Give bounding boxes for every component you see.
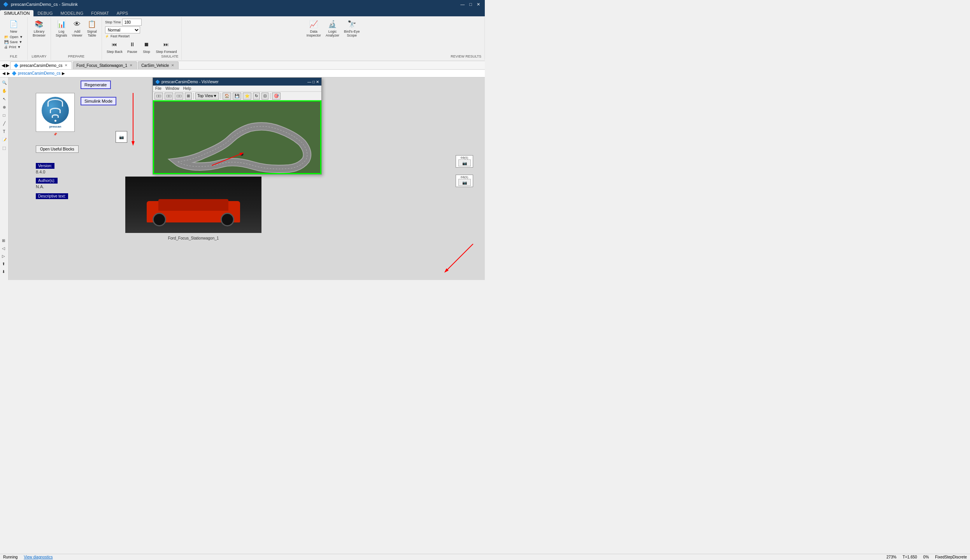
wifi-ring-medium <box>50 108 61 113</box>
add-viewer-button[interactable]: 👁 Add Viewer <box>70 19 84 38</box>
title-bar: 🔷 prescanCarsimDemo_cs - Simulink — □ ✕ <box>0 0 485 9</box>
new-button[interactable]: 📄 New <box>3 19 24 34</box>
step-forward-button[interactable]: ⏭ Step Forward <box>154 39 178 54</box>
sidebar-bottom-1[interactable]: ⊞ <box>0 237 7 244</box>
sidebar-border[interactable]: ⬚ <box>1 144 8 151</box>
save-button[interactable]: 💾 Save ▼ <box>3 40 24 44</box>
vis-view-toggle4[interactable]: ⊞ <box>185 93 192 100</box>
vis-dots[interactable]: ⊡ <box>261 93 268 100</box>
ribbon-simulate-group: Stop Time Normal ⚡ Fast Restart ⏮ Step B… <box>102 17 182 60</box>
step-back-button[interactable]: ⏮ Step Back <box>105 39 124 54</box>
library-browser-button[interactable]: 📚 Library Browser <box>31 19 47 38</box>
sidebar-note[interactable]: 📝 <box>1 136 8 143</box>
vis-rotate[interactable]: ↻ <box>253 93 260 100</box>
save-dropdown-icon: ▼ <box>19 40 23 44</box>
print-button[interactable]: 🖨 Print ▼ <box>3 45 24 49</box>
small-block-1: 6⚙(S) 📷 <box>456 155 473 168</box>
data-inspector-button[interactable]: 📈 Data Inspector <box>305 19 323 38</box>
car-mockup <box>125 177 261 233</box>
wheel-rear <box>221 213 234 226</box>
sidebar-bottom-3[interactable]: ▷ <box>0 252 7 259</box>
block1-label: 6⚙(S) <box>461 156 468 159</box>
vis-minimize[interactable]: — <box>307 80 311 84</box>
add-viewer-icon: 👁 <box>72 19 82 29</box>
regenerate-button[interactable]: Regenerate <box>81 80 111 89</box>
vis-view-toggle2[interactable]: □□ <box>165 93 173 100</box>
breadcrumb-model[interactable]: prescanCarsimDemo_cs <box>18 71 60 75</box>
open-useful-button[interactable]: Open Useful Blocks <box>36 145 79 153</box>
sidebar-hand[interactable]: ✋ <box>1 87 8 94</box>
version-label: Version: <box>36 163 54 169</box>
stop-icon: ⏹ <box>142 40 151 49</box>
open-button[interactable]: 📂 Open ▼ <box>3 35 24 39</box>
logic-analyzer-button[interactable]: 🔬 Logic Analyzer <box>324 19 341 38</box>
mode-dropdown[interactable]: Normal <box>105 26 140 33</box>
save-icon: 💾 <box>4 40 9 44</box>
track-svg <box>154 102 320 173</box>
prescan-pin: 📌 <box>36 133 75 136</box>
stop-time-input[interactable] <box>122 19 142 26</box>
sidebar-down[interactable]: ⬇ <box>0 268 7 275</box>
descriptive-label: Descriptive text: <box>36 193 68 199</box>
tab-debug[interactable]: DEBUG <box>33 10 56 16</box>
vis-maximize[interactable]: □ <box>312 80 315 84</box>
tab-format[interactable]: FORMAT <box>87 10 113 16</box>
vis-title: prescanCarsimDemo - VisViewer <box>161 80 219 84</box>
block1-icon: 📷 <box>458 159 471 166</box>
authors-value: N.A. <box>36 184 44 189</box>
tab-carsim[interactable]: CarSim_Vehicle ✕ <box>138 61 179 69</box>
log-signals-button[interactable]: 📊 Log Signals <box>54 19 69 38</box>
sidebar-zoom[interactable]: ⊕ <box>1 103 8 110</box>
close-button[interactable]: ✕ <box>475 2 482 7</box>
simulink-mode-button[interactable]: Simulink Mode <box>81 97 116 105</box>
tabs-bar: ◀ ▶ 🔷 prescanCarsimDemo_cs ✕ Ford_Focus_… <box>0 61 485 70</box>
tab-icon-prescan: 🔷 <box>14 63 18 68</box>
stop-button[interactable]: ⏹ Stop <box>140 39 153 54</box>
vis-menu-window[interactable]: Window <box>165 86 179 91</box>
sidebar-line[interactable]: ╱ <box>1 120 8 127</box>
vis-view-toggle3[interactable]: □□ <box>175 93 183 100</box>
vis-view-toggle[interactable]: □□ <box>154 93 163 100</box>
tab-nav-next[interactable]: ▶ <box>6 63 9 68</box>
sidebar-up-down[interactable]: ⬆ <box>0 260 7 267</box>
vis-controls[interactable]: — □ ✕ <box>307 80 319 84</box>
tab-label-prescan: prescanCarsimDemo_cs <box>20 63 62 68</box>
pause-icon: ⏸ <box>128 40 137 49</box>
tab-modeling[interactable]: MODELING <box>57 10 88 16</box>
vis-view-dropdown[interactable]: Top View ▼ <box>195 93 219 100</box>
tab-close-ford[interactable]: ✕ <box>129 63 133 67</box>
tab-close-carsim[interactable]: ✕ <box>170 63 175 67</box>
sidebar-cursor[interactable]: ↖ <box>1 95 8 102</box>
vis-save[interactable]: 💾 <box>233 93 241 100</box>
vis-menu-file[interactable]: File <box>155 86 161 91</box>
vis-home[interactable]: 🏠 <box>223 93 231 100</box>
tab-simulation[interactable]: SIMULATION <box>0 10 33 16</box>
vis-extra[interactable]: 🎯 <box>272 93 281 100</box>
minimize-button[interactable]: — <box>459 2 466 7</box>
vis-menu-help[interactable]: Help <box>183 86 191 91</box>
sidebar-search[interactable]: 🔍 <box>1 79 8 86</box>
breadcrumb-back[interactable]: ◀ <box>2 71 5 75</box>
vis-viewer-window: 🔷 prescanCarsimDemo - VisViewer — □ ✕ Fi… <box>153 77 322 175</box>
connector-area: 📷 ▶ <box>116 134 120 140</box>
title-bar-controls[interactable]: — □ ✕ <box>459 2 482 7</box>
tab-prescan[interactable]: 🔷 prescanCarsimDemo_cs ✕ <box>10 61 72 69</box>
pause-button[interactable]: ⏸ Pause <box>126 39 139 54</box>
signal-table-button[interactable]: 📋 Signal Table <box>86 19 98 38</box>
tab-close-prescan[interactable]: ✕ <box>64 63 68 67</box>
tab-apps[interactable]: APPS <box>113 10 132 16</box>
tab-nav-prev[interactable]: ◀ <box>2 63 5 68</box>
vis-close[interactable]: ✕ <box>316 80 319 84</box>
data-inspector-icon: 📈 <box>309 19 318 29</box>
birds-eye-button[interactable]: 🔭 Bird's-Eye Scope <box>342 19 361 38</box>
breadcrumb-forward[interactable]: ▶ <box>7 71 10 75</box>
tab-ford[interactable]: Ford_Focus_Stationwagon_1 ✕ <box>73 61 137 69</box>
wifi-dot <box>54 120 56 122</box>
vis-star[interactable]: ⭐ <box>243 93 251 100</box>
sidebar-bottom-2[interactable]: ◁ <box>0 245 7 252</box>
sidebar-box[interactable]: □ <box>1 112 8 119</box>
maximize-button[interactable]: □ <box>468 2 474 7</box>
block1-inner-icon: 📷 <box>462 161 467 165</box>
sidebar-text[interactable]: T <box>1 128 8 135</box>
new-icon: 📄 <box>9 19 18 29</box>
